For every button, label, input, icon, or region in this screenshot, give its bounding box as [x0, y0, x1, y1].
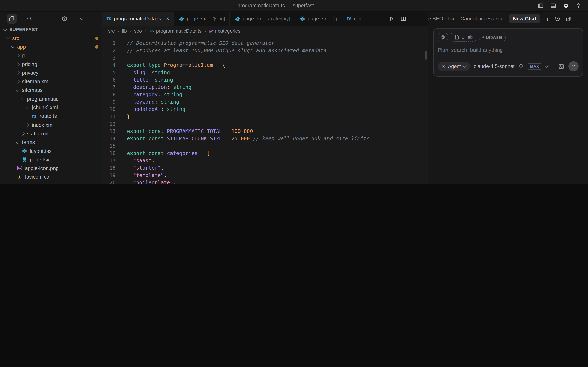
tree-item-label: layout.tsx: [30, 148, 52, 154]
tree-item-terms[interactable]: terms: [0, 138, 102, 147]
chat-history-tab[interactable]: Cannot access site: [460, 16, 503, 22]
tree-item-route.ts[interactable]: TSroute.ts: [0, 112, 102, 121]
react-file-icon: [21, 148, 27, 154]
line-content: "template",: [121, 172, 428, 179]
code-line-5[interactable]: 5 slug: string: [102, 69, 428, 76]
tree-item-g[interactable]: g: [0, 51, 102, 60]
activity-chevron-down[interactable]: [77, 14, 87, 24]
mention-button[interactable]: @: [438, 33, 448, 41]
code-line-3[interactable]: 3: [102, 54, 428, 62]
react-file-icon: [21, 157, 27, 163]
tree-item-pricing[interactable]: pricing: [0, 60, 102, 69]
history-icon[interactable]: [554, 16, 560, 22]
tree-item-sitemaps[interactable]: sitemaps: [0, 86, 102, 95]
editor-scrollbar[interactable]: [424, 50, 427, 59]
code-line-1[interactable]: 1// Deterministic programmatic SEO data …: [102, 40, 428, 47]
toggle-sidebar-icon[interactable]: [538, 3, 544, 8]
explorer-root-header[interactable]: SUPERFAST: [0, 25, 102, 34]
tree-item-globals.css[interactable]: #globals.css: [0, 182, 102, 184]
code-line-11[interactable]: 11}: [102, 113, 428, 120]
code-line-20[interactable]: 20 "boilerplate",: [102, 179, 428, 184]
breadcrumb: src›lib›seo›TSprogrammaticData.ts›[@]cat…: [102, 26, 428, 36]
breadcrumb-separator: ›: [204, 29, 206, 33]
line-content: [121, 142, 428, 150]
open-in-editor-icon[interactable]: [566, 16, 571, 22]
editor-tab-page.tsx[interactable]: page.tsx.../g: [295, 12, 342, 26]
title-bar-actions: [538, 0, 581, 11]
tree-item-index.xml[interactable]: index.xml: [0, 121, 102, 129]
breadcrumb-label: programmaticData.ts: [156, 28, 201, 34]
new-chat-icon[interactable]: +: [546, 16, 549, 22]
activity-source-control[interactable]: [42, 14, 52, 24]
editor-tab-page.tsx[interactable]: page.tsx.../[slug]: [174, 12, 230, 26]
code-line-19[interactable]: 19 "template",: [102, 172, 428, 179]
line-number: 20: [102, 179, 121, 184]
toggle-panel-icon[interactable]: [550, 3, 556, 8]
code-line-15[interactable]: 15: [102, 142, 428, 150]
activity-files[interactable]: [7, 14, 17, 24]
tree-item-label: privacy: [22, 70, 38, 76]
code-line-9[interactable]: 9 keyword: string: [102, 98, 428, 106]
settings-icon[interactable]: [576, 3, 581, 8]
editor-tab-rout[interactable]: TSrout: [342, 12, 368, 26]
split-icon[interactable]: [400, 16, 406, 22]
activity-extensions[interactable]: [60, 14, 69, 24]
chat-input-box[interactable]: @1 Tab+ Browser Plan, search, build anyt…: [433, 28, 583, 77]
breadcrumb-item-seo[interactable]: seo: [134, 28, 142, 34]
attach-image-icon[interactable]: [559, 63, 564, 69]
play-icon[interactable]: [389, 16, 394, 22]
code-line-6[interactable]: 6 title: string: [102, 76, 428, 83]
code-line-10[interactable]: 10 updatedAt: string: [102, 106, 428, 113]
breadcrumb-item-categories[interactable]: [@]categories: [209, 28, 240, 34]
code-line-2[interactable]: 2// Produces at least 100,000 unique slu…: [102, 47, 428, 54]
tree-item-static.xml[interactable]: static.xml: [0, 129, 102, 138]
tree-item-src[interactable]: src: [0, 34, 102, 43]
more-icon[interactable]: ···: [412, 16, 419, 22]
breadcrumb-item-src[interactable]: src: [108, 28, 115, 34]
code-line-7[interactable]: 7 description: string: [102, 83, 428, 91]
agent-mode-dropdown[interactable]: ∞Agent: [438, 62, 470, 71]
breadcrumb-item-programmaticData.ts[interactable]: TSprogrammaticData.ts: [149, 28, 202, 34]
code-line-12[interactable]: 12: [102, 120, 428, 128]
tree-item-label: terms: [22, 140, 35, 145]
tree-item-privacy[interactable]: privacy: [0, 68, 102, 77]
send-button[interactable]: [568, 61, 579, 71]
tree-item-programmatic[interactable]: programmatic: [0, 95, 102, 103]
model-selector[interactable]: claude-4.5-sonnet: [474, 63, 515, 69]
browser-context-pill[interactable]: + Browser: [479, 33, 506, 41]
tab-label: programmaticData.ts: [114, 16, 161, 22]
close-icon[interactable]: ×: [166, 16, 169, 22]
code-line-16[interactable]: 16export const categories = [: [102, 150, 428, 157]
tree-item-page.tsx[interactable]: page.tsx: [0, 155, 102, 164]
cube-icon[interactable]: [563, 3, 569, 8]
chat-history-tab[interactable]: e SEO of co: [428, 16, 455, 22]
tree-item-chunk.xml[interactable]: [chunk].xml: [0, 103, 102, 112]
editor-tab-programmaticData.ts[interactable]: TSprogrammaticData.ts×: [102, 12, 174, 26]
tree-item-label: globals.css: [25, 183, 51, 184]
react-icon: [21, 157, 27, 162]
breadcrumb-item-lib[interactable]: lib: [122, 28, 127, 34]
activity-search[interactable]: [25, 14, 34, 24]
editor-tab-page.tsx[interactable]: page.tsx.../[category]: [230, 12, 295, 26]
code-line-4[interactable]: 4export type ProgrammaticItem = {: [102, 62, 428, 69]
code-line-18[interactable]: 18 "starter",: [102, 164, 428, 172]
tree-item-app[interactable]: app: [0, 43, 102, 51]
line-number: 7: [102, 83, 121, 91]
tree-item-apple-icon.png[interactable]: apple-icon.png: [0, 164, 102, 173]
tree-item-favicon.ico[interactable]: ★favicon.ico: [0, 173, 102, 182]
code-line-13[interactable]: 13export const PROGRAMMATIC_TOTAL = 100_…: [102, 128, 428, 135]
line-content: keyword: string: [121, 98, 428, 106]
code-line-17[interactable]: 17 "saas",: [102, 157, 428, 164]
code-line-14[interactable]: 14export const SITEMAP_CHUNK_SIZE = 25_0…: [102, 135, 428, 142]
code-line-8[interactable]: 8 category: string: [102, 91, 428, 98]
chat-input-placeholder[interactable]: Plan, search, build anything: [438, 47, 579, 53]
new-chat-tab[interactable]: New Chat: [509, 14, 540, 23]
max-mode-badge[interactable]: MAX: [528, 63, 542, 69]
code-editor[interactable]: 1// Deterministic programmatic SEO data …: [102, 36, 428, 184]
tree-item-sitemap.xml[interactable]: sitemap.xml: [0, 77, 102, 86]
typescript-file-icon: TS: [347, 17, 352, 21]
chat-controls-row: ∞Agentclaude-4.5-sonnetMAX: [438, 61, 579, 71]
tree-item-layout.tsx[interactable]: layout.tsx: [0, 147, 102, 156]
tree-item-label: app: [17, 44, 26, 50]
tab-context-pill[interactable]: 1 Tab: [451, 33, 476, 42]
